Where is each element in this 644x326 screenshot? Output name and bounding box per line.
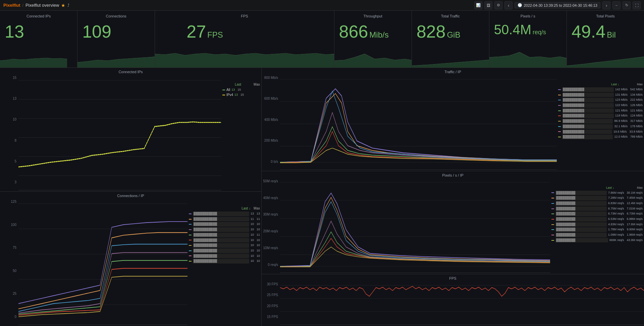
image-icon[interactable]: 🖼 <box>484 1 492 9</box>
legend-row-traffic-6: ██████████ 86.9 Mb/s317 Mb/s <box>558 119 643 124</box>
legend-row-conn-6: ███████████ 1010 <box>189 243 260 248</box>
chart-right-column: Traffic / IP 800 Mb/s 600 Mb/s 400 Mb/s … <box>262 68 644 326</box>
fullscreen-icon[interactable]: ⛶ <box>633 1 641 9</box>
stat-pixels-s-value: 50.4Mreq/s <box>494 19 562 36</box>
connections-ip-legend: Last ↓ Max ███████████ 1313 ███████████ … <box>187 198 261 325</box>
legend-row-conn-9: ███████████ 1010 <box>189 259 260 264</box>
connections-ip-chart-title: Connections / IP <box>0 192 261 198</box>
traffic-ip-chart-inner: 800 Mb/s 600 Mb/s 400 Mb/s 200 Mb/s 0 b/… <box>262 75 644 170</box>
stat-connected-ips-sparkline <box>0 47 77 67</box>
stat-connected-ips-value: 13 <box>5 19 72 40</box>
legend-row-pxip-4: █████████ 6.73M req/s6.73M req/s <box>551 212 643 216</box>
pixels-s-ip-legend-header: Last ↓ Max <box>551 186 643 189</box>
legend-row-pxip-7: █████████ 1.78M req/s9.90M req/s <box>551 227 643 232</box>
legend-row-pxip-2: █████████ 6.83M req/s12.4M req/s <box>551 201 643 206</box>
stat-connected-ips-title: Connected IPs <box>5 14 72 18</box>
topbar-right: 📊 🖼 ⚙ ‹ 🕐 2022-04-30 13:39:25 to 2022-04… <box>474 1 641 9</box>
pixels-s-ip-chart-inner: 50M req/s 40M req/s 30M req/s 20M req/s … <box>262 178 644 273</box>
stat-total-traffic: Total Traffic 828GiB <box>412 11 489 67</box>
stat-connections-value: 109 <box>82 19 150 40</box>
connections-ip-legend-header: Last ↓ Max <box>189 206 260 210</box>
connected-ips-yaxis: 15 13 10 8 5 3 <box>0 75 18 190</box>
stat-throughput: Throughput 866Mib/s <box>334 11 412 67</box>
legend-row-conn-1: ███████████ 1111 <box>189 217 260 222</box>
fps-chart-main: 13:40 13:50 14:00 14:10 14:20 14:30 14:4… <box>280 281 644 325</box>
stat-fps: FPS 27FPS <box>155 11 334 67</box>
traffic-ip-chart: Traffic / IP 800 Mb/s 600 Mb/s 400 Mb/s … <box>262 68 644 171</box>
legend-row-ipv4: IPv4 13 15 <box>222 93 260 97</box>
traffic-ip-chart-title: Traffic / IP <box>262 68 644 75</box>
legend-row-conn-3: ███████████ 1010 <box>189 227 260 232</box>
legend-dot-ipv4 <box>222 95 225 95</box>
stat-connections-title: Connections <box>82 14 150 18</box>
topbar-left: Pixelflut / Pixelflut overview ★ ⤴ <box>3 3 472 8</box>
pixels-s-ip-chart-main: 13:40 13:50 14:00 14:10 14:20 14:30 14:4… <box>280 178 550 273</box>
stat-row: Connected IPs 13 Connections 109 FPS 27F… <box>0 11 644 68</box>
bar-chart-icon[interactable]: 📊 <box>474 1 482 9</box>
legend-row-conn-4: ███████████ 1011 <box>189 233 260 237</box>
clock-icon: 🕐 <box>518 3 522 7</box>
share-icon[interactable]: ⤴ <box>67 3 69 8</box>
pixels-s-ip-chart: Pixels / s / IP 50M req/s 40M req/s 30M … <box>262 171 644 275</box>
legend-row-pxip-6: █████████ 4.83M req/s17.6M req/s <box>551 222 643 227</box>
legend-row-traffic-9: ██████████ 12.0 Mb/s789 Mb/s <box>558 135 643 139</box>
legend-row-all: All 13 15 <box>222 88 260 92</box>
legend-row-traffic-4: ██████████ 121 Mb/s121 Mb/s <box>558 108 643 113</box>
legend-row-conn-2: ███████████ 1010 <box>189 222 260 227</box>
stat-total-pixels-title: Total Pixels <box>572 14 639 18</box>
fps-chart-yaxis: 30 FPS 25 FPS 20 FPS 15 FPS <box>262 281 280 325</box>
connections-ip-yaxis: 125 100 75 50 25 0 <box>0 198 18 325</box>
legend-row-traffic-7: ██████████ 32.1 Mb/s178 Mb/s <box>558 124 643 129</box>
legend-row-conn-5: ███████████ 1010 <box>189 238 260 243</box>
stat-total-traffic-title: Total Traffic <box>417 14 484 18</box>
legend-row-traffic-1: ██████████ 131 Mb/s134 Mb/s <box>558 93 643 97</box>
legend-dot-all <box>222 90 225 90</box>
traffic-ip-yaxis: 800 Mb/s 600 Mb/s 400 Mb/s 200 Mb/s 0 b/… <box>262 75 280 170</box>
legend-row-conn-7: ███████████ 1010 <box>189 248 260 253</box>
chart-left-column: Connected IPs 15 13 10 8 5 3 <box>0 68 262 326</box>
stat-throughput-sparkline <box>334 47 412 67</box>
favorite-icon[interactable]: ★ <box>61 3 65 8</box>
stat-total-pixels-value: 49.4Bil <box>572 19 639 40</box>
pixels-s-ip-yaxis: 50M req/s 40M req/s 30M req/s 20M req/s … <box>262 178 280 273</box>
stat-total-traffic-sparkline <box>412 47 489 67</box>
connected-ips-chart-title: Connected IPs <box>0 68 261 75</box>
prev-icon[interactable]: ‹ <box>504 1 513 9</box>
zoom-out-icon[interactable]: − <box>612 1 621 9</box>
next-icon[interactable]: › <box>602 1 610 9</box>
connected-ips-chart: Connected IPs 15 13 10 8 5 3 <box>0 68 261 192</box>
legend-row-pxip-3: █████████ 6.75M req/s7.01M req/s <box>551 206 643 211</box>
pixels-s-ip-chart-title: Pixels / s / IP <box>262 171 644 178</box>
refresh-icon[interactable]: ↻ <box>623 1 631 9</box>
time-range-text: 2022-04-30 13:39:25 to 2022-04-30 15:46:… <box>524 3 597 7</box>
legend-row-pxip-8: █████████ 1.09M req/s1.86M req/s <box>551 233 643 237</box>
connections-ip-xaxis: 13:40 13:50 14:00 14:10 14:20 14:30 14:4… <box>18 325 187 326</box>
legend-row-pxip-5: █████████ 6.53M req/s6.88M req/s <box>551 217 643 222</box>
connected-ips-legend-header: Last Max <box>222 83 260 86</box>
legend-row-traffic-0: ██████████ 142 Mb/s542 Mb/s <box>558 87 643 92</box>
fps-chart-title: FPS <box>262 274 644 281</box>
connections-ip-chart-main: 13:40 13:50 14:00 14:10 14:20 14:30 14:4… <box>18 198 187 325</box>
fps-chart-inner: 30 FPS 25 FPS 20 FPS 15 FPS 13:40 <box>262 281 644 325</box>
traffic-ip-legend-header: Last ↓ Max <box>558 83 643 86</box>
legend-row-traffic-2: ██████████ 123 Mb/s222 Mb/s <box>558 98 643 102</box>
stat-total-pixels-sparkline <box>567 47 644 67</box>
stat-throughput-value: 866Mib/s <box>339 19 407 40</box>
stat-fps-value: 27FPS <box>160 19 329 40</box>
legend-row-traffic-5: ██████████ 118 Mb/s124 Mb/s <box>558 113 643 118</box>
settings-icon[interactable]: ⚙ <box>494 1 502 9</box>
stat-connections-sparkline <box>77 47 155 67</box>
legend-row-conn-8: ███████████ 1010 <box>189 254 260 259</box>
breadcrumb-sep: / <box>22 3 23 8</box>
stat-total-traffic-value: 828GiB <box>417 19 484 40</box>
fps-chart: FPS 30 FPS 25 FPS 20 FPS 15 FPS <box>262 274 644 326</box>
traffic-ip-legend: Last ↓ Max ██████████ 142 Mb/s542 Mb/s █… <box>557 75 644 170</box>
time-range[interactable]: 🕐 2022-04-30 13:39:25 to 2022-04-30 15:4… <box>515 2 600 8</box>
connected-ips-chart-inner: 15 13 10 8 5 3 <box>0 75 261 190</box>
topbar: Pixelflut / Pixelflut overview ★ ⤴ 📊 🖼 ⚙… <box>0 0 644 11</box>
legend-row-pxip-0: █████████ 7.86M req/s30.1M req/s <box>551 191 643 195</box>
connections-ip-chart-inner: 125 100 75 50 25 0 <box>0 198 261 325</box>
stat-pixels-s-sparkline <box>489 47 567 67</box>
legend-row-conn-0: ███████████ 1313 <box>189 212 260 216</box>
stat-connections: Connections 109 <box>77 11 155 67</box>
